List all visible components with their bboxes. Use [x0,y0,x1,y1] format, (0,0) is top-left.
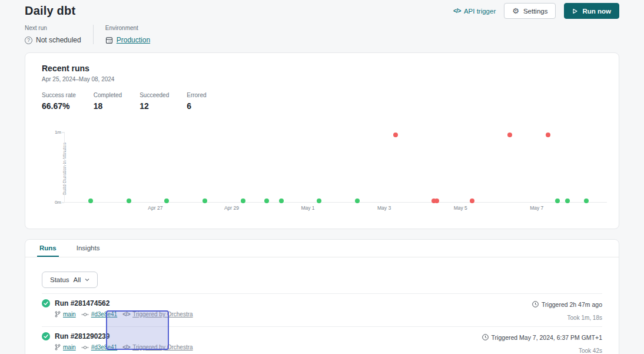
data-point-succeeded[interactable] [127,198,131,203]
run-right: Triggered 2h 47m ago Took 1m, 18s [532,299,602,321]
stat-label: Completed [94,92,122,98]
clock-icon [482,334,489,340]
triggered-text: Triggered 2h 47m ago [542,301,602,308]
settings-label: Settings [523,8,548,15]
page-header: Daily dbt </> API trigger ⚙ Settings Run… [0,0,644,19]
branch-link[interactable]: main [63,344,76,350]
run-title[interactable]: Run #281290239 [55,332,193,340]
trigger-item: </> Triggered by Orchestra [122,344,192,350]
runs-card: Runs Insights Status All Run #281474562 [25,239,619,354]
commit-link[interactable]: #d3e8e41 [91,311,118,317]
stats-row: Success rate 66.67% Completed 18 Succeed… [42,92,602,111]
run-title[interactable]: Run #281474562 [55,299,193,307]
build-duration-chart: Build Duration in Minutes Apr 27Apr 29Ma… [42,130,602,218]
tab-bar: Runs Insights [25,240,619,257]
tab-runs[interactable]: Runs [37,240,59,257]
data-point-errored[interactable] [470,198,474,203]
trigger-source-link[interactable]: Triggered by Orchestra [132,311,192,317]
stat-succeeded: Succeeded 12 [140,92,169,111]
x-tick-label: May 3 [377,205,391,211]
api-trigger-link[interactable]: </> API trigger [453,8,496,15]
commit-item: #d3e8e41 [81,344,118,350]
run-right: Triggered May 7, 2024, 6:37 PM GMT+1 Too… [482,332,602,354]
trigger-source-link[interactable]: Triggered by Orchestra [132,344,192,350]
code-icon: </> [122,344,130,350]
git-branch-icon [55,344,61,350]
took-text: Took 42s [482,348,602,354]
data-point-errored[interactable] [546,133,550,137]
status-filter-value: All [74,276,81,283]
settings-button[interactable]: ⚙ Settings [504,3,556,19]
question-circle-icon: ? [25,37,32,44]
next-run-text: Not scheduled [36,36,81,44]
data-point-succeeded[interactable] [241,198,245,203]
stat-value: 66.67% [42,101,76,111]
branch-link[interactable]: main [63,311,76,317]
runs-content: Status All Run #281474562 [25,257,619,354]
commit-item: #d3e8e41 [81,311,118,317]
job-meta-row: Next run ? Not scheduled Environment Pro… [0,19,644,44]
page-title: Daily dbt [25,4,75,18]
data-point-errored[interactable] [434,198,439,203]
date-range: Apr 25, 2024–May 08, 2024 [42,76,602,82]
run-subrow: main #d3e8e41 </> Trigg [55,311,193,317]
environment-link[interactable]: Production [117,36,150,44]
trigger-item: </> Triggered by Orchestra [122,311,192,317]
stat-value: 6 [187,101,211,111]
x-tick-label: Apr 29 [224,205,239,211]
chart-plot: Apr 27Apr 29May 1May 3May 5May 70m1m [64,132,607,203]
environment-icon [105,37,113,44]
recent-runs-title: Recent runs [42,64,602,73]
data-point-errored[interactable] [393,133,398,137]
stat-label: Succeeded [140,92,169,98]
tab-insights[interactable]: Insights [74,240,102,257]
x-tick-label: May 7 [530,205,543,211]
stat-label: Errored [187,92,211,98]
run-row[interactable]: Run #281474562 main [42,294,602,327]
data-point-succeeded[interactable] [264,198,269,203]
data-point-succeeded[interactable] [565,198,570,203]
data-point-errored[interactable] [507,133,512,137]
success-check-icon [42,299,50,321]
stat-value: 12 [140,101,169,111]
stat-success-rate: Success rate 66.67% [42,92,76,111]
stat-value: 18 [94,101,122,111]
data-point-succeeded[interactable] [355,198,360,203]
y-tick-label: 1m [55,130,61,135]
run-row[interactable]: Run #281290239 main [42,327,602,354]
data-point-succeeded[interactable] [584,198,589,203]
x-tick-label: May 1 [301,205,314,211]
triggered-line: Triggered 2h 47m ago [532,301,602,308]
next-run-section: Next run ? Not scheduled [25,25,81,44]
data-point-succeeded[interactable] [164,198,169,203]
x-tick-label: May 5 [454,205,467,211]
recent-runs-card: Recent runs Apr 25, 2024–May 08, 2024 Su… [25,52,619,229]
data-point-succeeded[interactable] [555,198,560,203]
git-branch-icon [55,311,61,317]
run-left: Run #281474562 main [42,299,193,321]
code-icon: </> [122,311,130,317]
data-point-succeeded[interactable] [88,198,93,203]
commit-link[interactable]: #d3e8e41 [91,344,118,350]
y-tick-label: 0m [55,200,61,205]
data-point-succeeded[interactable] [279,198,284,203]
run-now-button[interactable]: Run now [564,3,619,19]
stat-label: Success rate [42,92,76,98]
data-point-succeeded[interactable] [317,198,321,203]
data-point-succeeded[interactable] [203,198,207,203]
took-text: Took 1m, 18s [532,315,602,321]
next-run-label: Next run [25,25,81,31]
x-tick-label: Apr 27 [148,205,162,211]
success-check-icon [42,332,50,354]
play-icon [572,8,578,14]
status-filter-dropdown[interactable]: Status All [42,272,98,288]
run-now-label: Run now [582,8,611,15]
status-filter-label: Status [50,276,69,283]
next-run-value: ? Not scheduled [25,36,81,44]
chevron-down-icon [85,278,89,282]
branch-item: main [55,344,76,350]
clock-icon [532,301,539,307]
triggered-line: Triggered May 7, 2024, 6:37 PM GMT+1 [482,334,602,341]
commit-icon [81,345,89,350]
meta-divider [93,25,94,44]
